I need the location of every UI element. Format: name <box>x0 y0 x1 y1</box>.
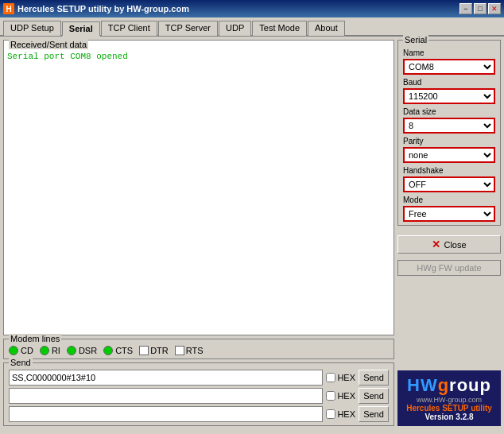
serial-group-label: Serial <box>403 35 428 45</box>
send-row-1: HEX Send <box>9 370 389 386</box>
send-button-1[interactable]: Send <box>359 370 389 386</box>
serial-fields: Name COM8 Baud 115200 Data size 8 Parity… <box>403 44 495 222</box>
cd-indicator <box>9 346 18 355</box>
serial-group: Serial Name COM8 Baud 115200 Data size 8… <box>397 40 501 226</box>
hwg-logo-section: HWgroup www.HW-group.com Hercules SETUP … <box>397 370 501 426</box>
send-input-2[interactable] <box>9 388 323 404</box>
cts-label: CTS <box>115 346 133 355</box>
tab-serial[interactable]: Serial <box>62 21 100 37</box>
send-input-3[interactable] <box>9 406 323 422</box>
baud-select[interactable]: 115200 <box>403 88 495 104</box>
right-panel: Serial Name COM8 Baud 115200 Data size 8… <box>397 40 501 426</box>
svg-text:H: H <box>6 5 11 14</box>
dsr-indicator <box>67 346 76 355</box>
hex-checkbox-3[interactable] <box>326 409 335 419</box>
left-panel: Received/Sent data Serial port COM8 open… <box>3 40 394 426</box>
modem-cts: CTS <box>103 346 133 355</box>
tab-test-mode[interactable]: Test Mode <box>252 21 307 36</box>
g-text: g <box>438 375 449 395</box>
hwg-url: www.HW-group.com <box>402 396 496 404</box>
hwg-version: Version 3.2.8 <box>402 413 496 421</box>
modem-items: CD RI DSR CTS DTR <box>9 343 389 355</box>
parity-select[interactable]: none <box>403 147 495 163</box>
modem-section: Modem lines CD RI DSR CTS <box>3 339 394 359</box>
handshake-select[interactable]: OFF <box>403 176 495 192</box>
dsr-label: DSR <box>79 346 97 355</box>
hwg-logo: HWgroup <box>402 375 496 396</box>
window-title: Hercules SETUP utility by HW-group.com <box>17 4 189 14</box>
ri-indicator <box>40 346 49 355</box>
close-btn-container: ✕ Close <box>397 229 501 257</box>
modem-ri: RI <box>40 346 60 355</box>
datasize-select[interactable]: 8 <box>403 118 495 134</box>
tab-tcp-server[interactable]: TCP Server <box>158 21 218 36</box>
hex-checkbox-2[interactable] <box>326 391 335 401</box>
mode-select[interactable]: Free <box>403 206 495 222</box>
handshake-field-label: Handshake <box>403 166 495 175</box>
modem-cd: CD <box>9 346 33 355</box>
modem-dsr: DSR <box>67 346 97 355</box>
hex-check-3[interactable]: HEX <box>326 409 355 419</box>
hex-label-1: HEX <box>337 373 355 382</box>
roup-text: roup <box>449 375 491 395</box>
send-row-2: HEX Send <box>9 388 389 404</box>
hw-text: HW <box>407 375 438 395</box>
cd-label: CD <box>21 346 33 355</box>
tab-about[interactable]: About <box>308 21 345 36</box>
name-field-label: Name <box>403 48 495 57</box>
close-x-icon: ✕ <box>432 238 440 250</box>
hwg-fw-update-button[interactable]: HWg FW update <box>397 260 501 276</box>
baud-field-label: Baud <box>403 78 495 87</box>
ri-label: RI <box>52 346 60 355</box>
tab-udp[interactable]: UDP <box>219 21 251 36</box>
send-label: Send <box>9 358 33 367</box>
window-controls: − □ ✕ <box>459 3 501 14</box>
modem-dtr[interactable]: DTR <box>139 346 169 355</box>
parity-field-label: Parity <box>403 137 495 145</box>
rts-label: RTS <box>186 346 204 355</box>
tab-tcp-client[interactable]: TCP Client <box>101 21 157 36</box>
hex-check-2[interactable]: HEX <box>326 391 355 401</box>
send-rows: HEX Send HEX Send HEX <box>9 366 389 422</box>
maximize-button[interactable]: □ <box>474 3 487 14</box>
hwg-product: Hercules SETUP utility <box>402 404 496 413</box>
rts-checkbox[interactable] <box>175 346 184 355</box>
cts-indicator <box>103 346 113 355</box>
datasize-field-label: Data size <box>403 107 495 116</box>
send-button-2[interactable]: Send <box>359 388 389 404</box>
spacer <box>397 279 501 367</box>
close-window-button[interactable]: ✕ <box>488 3 501 14</box>
hex-checkbox-1[interactable] <box>326 373 335 382</box>
close-label: Close <box>444 240 466 250</box>
dtr-label: DTR <box>150 346 169 355</box>
app-icon: H <box>3 3 14 14</box>
mode-field-label: Mode <box>403 196 495 204</box>
main-layout: Received/Sent data Serial port COM8 open… <box>0 37 504 429</box>
hex-check-1[interactable]: HEX <box>326 373 355 382</box>
hex-label-3: HEX <box>337 409 355 419</box>
minimize-button[interactable]: − <box>459 3 472 14</box>
recv-sent-label: Received/Sent data <box>9 40 88 49</box>
recv-sent-section: Received/Sent data Serial port COM8 open… <box>3 40 394 335</box>
send-button-3[interactable]: Send <box>359 406 389 422</box>
hex-label-2: HEX <box>337 391 355 401</box>
name-select[interactable]: COM8 <box>403 59 495 75</box>
close-button[interactable]: ✕ Close <box>397 235 501 254</box>
title-bar: H Hercules SETUP utility by HW-group.com… <box>0 0 504 17</box>
tab-bar: UDP Setup Serial TCP Client TCP Server U… <box>0 17 504 37</box>
modem-lines-label: Modem lines <box>9 334 61 343</box>
recv-sent-content[interactable]: Serial port COM8 opened <box>4 48 394 335</box>
send-input-1[interactable] <box>9 370 323 386</box>
tab-udp-setup[interactable]: UDP Setup <box>3 21 61 36</box>
modem-rts[interactable]: RTS <box>175 346 204 355</box>
send-row-3: HEX Send <box>9 406 389 422</box>
send-section: Send HEX Send HEX Send <box>3 362 394 426</box>
dtr-checkbox[interactable] <box>139 346 149 355</box>
